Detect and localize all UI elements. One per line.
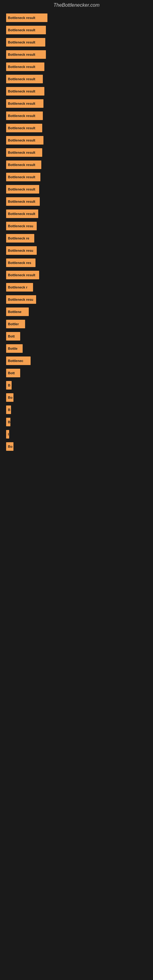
bottleneck-bar: Bott (6, 369, 20, 377)
bar-label: Bottler (8, 322, 19, 326)
bar-label: Bottleneck res (8, 261, 31, 265)
bar-label: B (8, 420, 10, 424)
bottleneck-bar: Bottleneck result (6, 50, 46, 59)
bottleneck-bar: Bo (6, 442, 13, 451)
bottleneck-bar: Bottleneck result (6, 87, 45, 95)
bar-row: Bottleneck result (6, 185, 147, 194)
bar-label: Bottleneck result (8, 89, 35, 93)
bottleneck-bar: Bottleneck result (6, 173, 40, 181)
bar-row: Bott (6, 332, 147, 340)
bar-label: Bott (8, 371, 15, 375)
bar-label: Bottleneck resu (8, 298, 33, 301)
bottleneck-bar: Bottle (6, 344, 22, 353)
bottleneck-bar: Bottleneck result (6, 210, 38, 218)
bar-row: Bottleneck result (6, 136, 147, 145)
bar-label: Bottleneck result (8, 28, 35, 32)
bottleneck-bar: Bottleneck result (6, 26, 46, 34)
bar-row: Bottleneck resu (6, 295, 147, 304)
bar-row: Bo (6, 442, 147, 451)
bar-label: I (8, 433, 9, 436)
bar-row: Bott (6, 369, 147, 377)
bars-container: Bottleneck resultBottleneck resultBottle… (0, 10, 153, 458)
bottleneck-bar: I (6, 430, 9, 439)
bar-label: Bottlenec (8, 359, 23, 363)
bottleneck-bar: Bottler (6, 320, 25, 328)
bottleneck-bar: Bottleneck resu (6, 246, 37, 255)
bar-label: Bottleneck result (8, 273, 35, 277)
bottleneck-bar: Bottleneck result (6, 271, 39, 279)
bar-label: Bo (8, 445, 13, 449)
bottleneck-bar: Bottleneck result (6, 197, 40, 206)
bottleneck-bar: B (6, 418, 10, 426)
bottleneck-bar: Bottleneck resu (6, 295, 36, 304)
bar-row: B (6, 406, 147, 414)
bottleneck-bar: Bottleneck result (6, 136, 43, 145)
bar-label: Bottleneck result (8, 40, 35, 44)
bar-label: Bottleneck result (8, 188, 35, 191)
bar-row: Bottleneck r (6, 283, 147, 291)
bottleneck-bar: Bottleneck result (6, 62, 45, 71)
bar-row: Bottleneck resu (6, 246, 147, 255)
bottleneck-bar: Bottleneck result (6, 148, 42, 157)
bar-label: Bottleneck result (8, 151, 35, 154)
bar-row: Bottleneck re (6, 234, 147, 243)
bar-label: Bottleneck result (8, 126, 35, 130)
bottleneck-bar: Bott (6, 332, 20, 340)
bar-label: Bottleneck result (8, 114, 35, 118)
bottleneck-bar: Bottleneck result (6, 124, 42, 132)
bottleneck-bar: B (6, 381, 12, 390)
bottleneck-bar: Bottleneck resu (6, 222, 37, 230)
bar-row: Bottlenec (6, 356, 147, 365)
bar-row: Bottleneck result (6, 124, 147, 132)
bar-row: Bottleneck result (6, 87, 147, 95)
bar-row: Bottleneck result (6, 111, 147, 120)
bar-row: I (6, 430, 147, 439)
bar-label: Bottleneck re (8, 236, 29, 240)
bottleneck-bar: Bottleneck r (6, 283, 33, 291)
bar-label: Bottleneck result (8, 138, 35, 142)
bottleneck-bar: Bottleneck result (6, 38, 45, 46)
bar-label: B (8, 408, 10, 412)
bar-row: Bo (6, 393, 147, 402)
bottleneck-bar: Bottleneck re (6, 234, 34, 243)
bar-label: Bottleneck result (8, 77, 35, 81)
bottleneck-bar: Bottleneck result (6, 13, 48, 22)
bar-row: Bottler (6, 320, 147, 328)
bar-row: Bottleneck resu (6, 222, 147, 230)
bar-row: Bottleneck result (6, 173, 147, 181)
bar-row: Bottleneck result (6, 62, 147, 71)
bar-row: Bottleneck result (6, 210, 147, 218)
bar-label: Bottleneck r (8, 285, 27, 289)
bar-row: Bottleneck result (6, 26, 147, 34)
bar-label: B (8, 383, 10, 387)
bottleneck-bar: Bottleneck result (6, 161, 41, 169)
bar-row: Bottleneck result (6, 99, 147, 108)
bar-label: Bottleneck result (8, 163, 35, 167)
bar-row: B (6, 418, 147, 426)
bar-row: B (6, 381, 147, 390)
bottleneck-bar: Bo (6, 393, 13, 402)
bar-label: Bottleneck result (8, 16, 35, 20)
bar-row: Bottlene (6, 307, 147, 316)
bar-row: Bottleneck result (6, 38, 147, 46)
site-title: TheBottlenecker.com (0, 0, 153, 10)
bar-label: Bottleneck result (8, 102, 35, 105)
bar-label: Bottle (8, 347, 18, 350)
bar-label: Bottleneck resu (8, 224, 33, 228)
bar-row: Bottleneck res (6, 258, 147, 267)
bottleneck-bar: Bottleneck result (6, 111, 43, 120)
bar-label: Bott (8, 334, 15, 338)
bar-row: Bottleneck result (6, 161, 147, 169)
bar-label: Bottleneck result (8, 65, 35, 68)
bar-row: Bottleneck result (6, 75, 147, 83)
bar-label: Bottleneck result (8, 52, 35, 56)
bar-label: Bottleneck result (8, 212, 35, 216)
bar-label: Bottleneck result (8, 175, 35, 179)
bar-row: Bottleneck result (6, 148, 147, 157)
bar-label: Bottlene (8, 310, 21, 313)
bottleneck-bar: Bottlenec (6, 356, 30, 365)
bottleneck-bar: Bottleneck result (6, 99, 43, 108)
bar-label: Bottleneck result (8, 200, 35, 204)
bar-label: Bottleneck resu (8, 249, 33, 252)
bar-row: Bottle (6, 344, 147, 353)
